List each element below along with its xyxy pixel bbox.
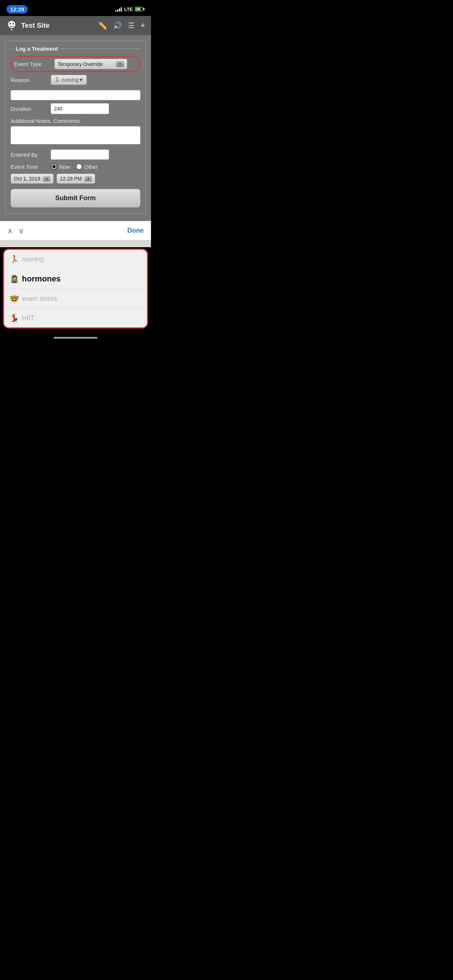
log-treatment-form: Log a Treatment Event Type Temporary Ove… [5,41,146,214]
down-arrow[interactable]: ∨ [19,226,24,235]
status-right: LTE ⚡ [115,6,144,12]
event-type-arrow: ▼ [116,61,124,67]
app-logo [6,20,18,31]
radio-group: Now Other [51,163,98,170]
date-value: Oct 1, 2019 [14,176,40,181]
picker-spacer [0,240,151,247]
time-select[interactable]: 12:28 PM ▼ [57,173,95,184]
radio-now-circle [51,163,57,170]
reason-value: 🏃 running [54,77,79,83]
picker-item-exam-stress[interactable]: 🤓 exam stress [4,289,147,309]
entered-by-label: Entered By [11,152,51,158]
duration-label: Duration [11,106,51,112]
radio-other-circle [76,163,83,170]
lte-label: LTE [124,6,133,12]
hiit-label: HIIT [22,314,34,322]
hormones-label: hormones [22,274,61,284]
nav-icons: ✏️ 🔊 ☰ + [98,21,145,30]
exam-stress-emoji: 🤓 [10,294,19,303]
edit-icon[interactable]: ✏️ [98,21,107,30]
date-select[interactable]: Oct 1, 2019 ▼ [11,173,54,184]
svg-point-2 [13,23,14,24]
picker-item-running[interactable]: 🏃 running [4,250,147,269]
reason-row: Reason 🏃 running ▼ [11,75,140,85]
signal-bars [115,6,122,12]
reason-label: Reason [11,77,51,83]
picker-item-hormones[interactable]: 🧟‍♀️ hormones [4,269,147,289]
status-time: 12:29 [6,5,28,13]
nav-arrows: ∧ ∨ [7,226,24,235]
time-arrow: ▼ [85,176,92,181]
svg-point-0 [8,21,15,28]
status-bar: 12:29 LTE ⚡ [0,0,151,16]
submit-button[interactable]: Submit Form [11,189,140,207]
up-arrow[interactable]: ∧ [7,226,13,235]
event-type-value: Temporary Override [57,61,103,67]
volume-icon[interactable]: 🔊 [113,21,122,30]
menu-icon[interactable]: ☰ [128,21,135,30]
svg-point-1 [10,23,11,24]
event-time-label: Event Time [11,164,51,170]
duration-input[interactable] [51,103,109,114]
time-value: 12:28 PM [60,176,82,181]
reason-arrow: ▼ [79,77,84,83]
date-arrow: ▼ [43,176,50,181]
date-time-row: Oct 1, 2019 ▼ 12:28 PM ▼ [11,173,140,184]
radio-other[interactable]: Other [76,163,98,170]
form-title: Log a Treatment [11,46,140,52]
entered-by-input[interactable] [51,150,109,160]
exam-stress-label: exam stress [22,295,57,302]
running-label: running [22,256,44,263]
event-type-select[interactable]: Temporary Override ▼ [54,59,127,69]
event-time-row: Event Time Now Other [11,163,140,170]
hormones-emoji: 🧟‍♀️ [10,275,19,283]
reason-picker: 🏃 running 🧟‍♀️ hormones 🤓 exam stress 💃 … [3,249,148,328]
running-emoji: 🏃 [10,255,19,264]
picker-item-hiit[interactable]: 💃 HIIT [4,309,147,328]
done-button[interactable]: Done [127,227,144,234]
duration-row: Duration [11,103,140,114]
radio-now-label: Now [59,164,70,170]
event-type-row: Event Type Temporary Override ▼ [11,56,140,72]
site-title: Test Site [21,22,98,30]
home-indicator [0,331,151,344]
event-type-label: Event Type [14,61,54,67]
reason-select[interactable]: 🏃 running ▼ [51,75,87,85]
hiit-emoji: 💃 [10,313,19,322]
entered-by-row: Entered By [11,150,140,160]
add-icon[interactable]: + [140,21,145,30]
notes-textarea[interactable] [11,126,140,145]
home-bar [54,337,97,339]
notes-label: Additional Notes, Comments [11,118,140,124]
extra-text-input[interactable] [11,90,140,100]
radio-other-label: Other [84,164,98,170]
bottom-nav-bar: ∧ ∨ Done [0,221,151,240]
radio-now[interactable]: Now [51,163,70,170]
nav-bar: Test Site ✏️ 🔊 ☰ + [0,16,151,35]
battery-icon: ⚡ [135,7,144,11]
